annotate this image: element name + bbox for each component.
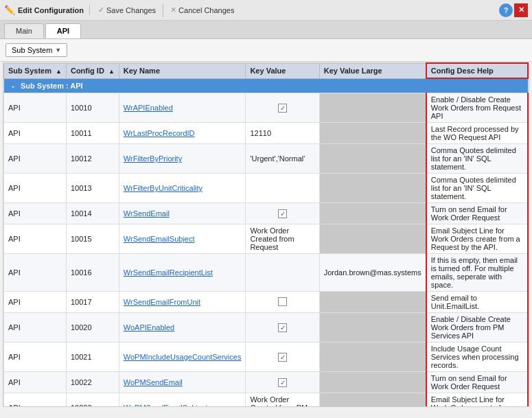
cell-key-value-large [319, 393, 426, 408]
key-name-link[interactable]: WoAPIEnabled [124, 323, 174, 332]
col-config-desc-help[interactable]: Config Desc Help [426, 63, 528, 78]
key-name-link[interactable]: WrFilterByPriority [124, 154, 182, 163]
close-button[interactable]: ✕ [514, 3, 528, 17]
key-name-link[interactable]: WrLastProcRecordID [124, 129, 195, 137]
key-name-link[interactable]: WrSendEmailRecipientList [124, 268, 213, 277]
cell-key-value-large [319, 342, 426, 372]
key-name-link[interactable]: WrSendEmail [124, 209, 170, 218]
table-row: API10010WrAPIEnabledEnable / Disable Cre… [4, 93, 529, 123]
key-name-link[interactable]: WoPMSendEmailSubject [124, 404, 208, 407]
cell-key-value-large [319, 203, 426, 224]
cell-key-value[interactable] [246, 292, 319, 313]
table-row: API10021WoPMIncludeUsageCountServicesInc… [4, 342, 529, 372]
cell-key-value-large [319, 123, 426, 144]
cell-config-desc: Enable / Disable Create Work Orders from… [426, 313, 528, 342]
cell-key-name[interactable]: WoPMIncludeUsageCountServices [119, 342, 246, 372]
checkbox-checked[interactable] [278, 209, 287, 218]
table-row: API10012WrFilterByPriority'Urgent','Norm… [4, 144, 529, 174]
cell-key-name[interactable]: WrFilterByPriority [119, 144, 246, 174]
chevron-down-icon: ▼ [55, 47, 61, 54]
checkbox-checked[interactable] [278, 323, 287, 332]
filter-bar: Sub System ▼ [0, 39, 532, 62]
cell-key-name[interactable]: WrSendEmailSubject [119, 224, 246, 254]
col-key-value-large[interactable]: Key Value Large [319, 63, 426, 78]
cell-key-value[interactable] [246, 372, 319, 393]
page-title: Edit Configuration [18, 6, 84, 14]
key-name-link[interactable]: WrAPIEnabled [124, 104, 173, 112]
cell-key-value-large [319, 292, 426, 313]
key-name-link[interactable]: WoPMIncludeUsageCountServices [124, 353, 242, 361]
cancel-changes-button[interactable]: ✕ Cancel Changes [166, 4, 238, 16]
cell-key-value-large [319, 224, 426, 254]
table-row: API10013WrFilterByUnitCriticalityComma Q… [4, 174, 529, 203]
cell-config-desc: Include Usage Count Services when proces… [426, 342, 528, 372]
cell-config-id: 10014 [66, 203, 119, 224]
cell-subsystem: API [4, 144, 67, 174]
cell-subsystem: API [4, 313, 67, 342]
table-row: API10014WrSendEmailTurn on send Email fo… [4, 203, 529, 224]
cell-key-value-large [319, 144, 426, 174]
cell-key-value-large [319, 372, 426, 393]
cell-key-name[interactable]: WoAPIEnabled [119, 313, 246, 342]
sort-arrow-subsystem: ▲ [56, 68, 62, 75]
title-section: ✏️ Edit Configuration [4, 5, 90, 15]
cell-config-desc: Send email to Unit.EmailList. [426, 292, 528, 313]
cell-key-name[interactable]: WrFilterByUnitCriticality [119, 174, 246, 203]
cell-config-desc: Comma Quotes delimited list for an 'IN' … [426, 174, 528, 203]
cell-key-value[interactable] [246, 342, 319, 372]
checkbox-checked[interactable] [278, 378, 287, 387]
cell-key-name[interactable]: WoPMSendEmailSubject [119, 393, 246, 408]
table-header-row: Sub System ▲ Config ID ▲ Key Name Key Va… [4, 63, 529, 78]
cell-subsystem: API [4, 174, 67, 203]
tab-bar: Main API [0, 21, 532, 39]
help-button[interactable]: ? [499, 3, 513, 17]
cell-config-id: 10023 [66, 393, 119, 408]
save-changes-button[interactable]: ✓ Save Changes [94, 4, 160, 16]
data-table-container[interactable]: Sub System ▲ Config ID ▲ Key Name Key Va… [3, 62, 529, 407]
cell-config-desc: Turn on send Email for Work Order Reques… [426, 372, 528, 393]
sort-arrow-configid: ▲ [108, 68, 115, 75]
cell-key-name[interactable]: WrSendEmail [119, 203, 246, 224]
col-config-id[interactable]: Config ID ▲ [66, 63, 119, 78]
cell-key-name[interactable]: WrSendEmailFromUnit [119, 292, 246, 313]
table-row: API10016WrSendEmailRecipientListJordan.b… [4, 254, 529, 292]
tab-api[interactable]: API [45, 23, 81, 38]
cell-key-value[interactable] [246, 203, 319, 224]
cell-key-name[interactable]: WrSendEmailRecipientList [119, 254, 246, 292]
key-name-link[interactable]: WrSendEmailFromUnit [124, 298, 200, 306]
cell-config-id: 10021 [66, 342, 119, 372]
key-name-link[interactable]: WrFilterByUnitCriticality [124, 184, 203, 192]
cell-key-value-large [319, 313, 426, 342]
table-row: API10023WoPMSendEmailSubjectWork Order C… [4, 393, 529, 408]
col-key-value[interactable]: Key Value [246, 63, 319, 78]
cell-key-name[interactable]: WrAPIEnabled [119, 93, 246, 123]
cell-config-id: 10022 [66, 372, 119, 393]
cell-key-value-large [319, 174, 426, 203]
col-key-name[interactable]: Key Name [119, 63, 246, 78]
cell-config-id: 10013 [66, 174, 119, 203]
cell-key-name[interactable]: WrLastProcRecordID [119, 123, 246, 144]
cell-key-value-large [319, 93, 426, 123]
table-row: API10011WrLastProcRecordID12110Last Reco… [4, 123, 529, 144]
title-bar: ✏️ Edit Configuration ✓ Save Changes ✕ C… [0, 0, 532, 21]
cell-config-desc: Enable / Disable Create Work Orders from… [426, 93, 528, 123]
cell-key-value: Work Order Created from PM Service [246, 393, 319, 408]
cell-subsystem: API [4, 393, 67, 408]
checkbox-checked[interactable] [278, 353, 287, 362]
cell-key-name[interactable]: WoPMSendEmail [119, 372, 246, 393]
col-sub-system[interactable]: Sub System ▲ [4, 63, 67, 78]
checkbox-unchecked[interactable] [278, 297, 287, 306]
key-name-link[interactable]: WoPMSendEmail [124, 378, 183, 386]
key-name-link[interactable]: WrSendEmailSubject [124, 235, 195, 243]
cell-key-value[interactable] [246, 313, 319, 342]
checkbox-checked[interactable] [278, 104, 287, 113]
cell-subsystem: API [4, 93, 67, 123]
collapse-icon[interactable]: - [8, 81, 18, 91]
table-row: API10017WrSendEmailFromUnitSend email to… [4, 292, 529, 313]
cell-key-value: 'Urgent','Normal' [246, 144, 319, 174]
subsystem-dropdown[interactable]: Sub System ▼ [5, 43, 67, 57]
table-row: API10022WoPMSendEmailTurn on send Email … [4, 372, 529, 393]
tab-main[interactable]: Main [4, 23, 44, 38]
check-icon: ✓ [98, 5, 104, 14]
cell-key-value[interactable] [246, 93, 319, 123]
